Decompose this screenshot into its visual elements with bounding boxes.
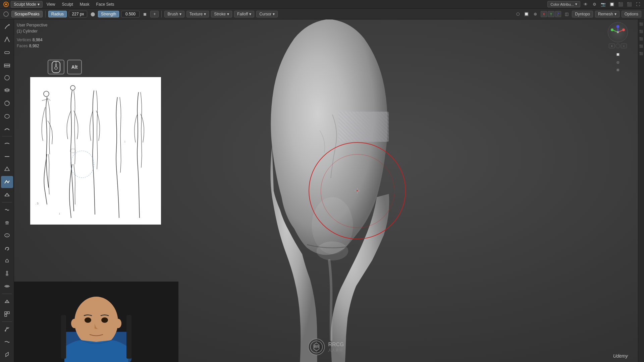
more-icon[interactable]: ⬛: [617, 1, 624, 8]
layout-icon[interactable]: ⬛: [626, 1, 633, 8]
fill-btn[interactable]: [1, 163, 13, 175]
right-tool-1[interactable]: ⬛: [638, 21, 644, 27]
watermark: RR RRCG 人人素材: [308, 339, 344, 355]
svg-text:1: 1: [59, 212, 60, 215]
right-tool-4[interactable]: ⬛: [638, 43, 644, 50]
viewport-gizmo[interactable]: [608, 22, 628, 42]
gizmo-area: + − 🔲 ◎ ⊞: [608, 22, 628, 73]
svg-rect-5: [4, 64, 10, 65]
gizmo-circle-btn[interactable]: [615, 44, 620, 48]
snap-icon[interactable]: 🔲: [523, 11, 530, 17]
separator-1: [45, 11, 46, 17]
svg-point-25: [55, 67, 57, 69]
draw-tool-btn[interactable]: [1, 21, 13, 33]
elastic-deform-btn[interactable]: [1, 229, 13, 241]
falloff-dropdown[interactable]: Falloff ▾: [234, 11, 254, 17]
thumb-btn[interactable]: [1, 255, 13, 267]
scrape-peaks-btn[interactable]: [1, 176, 13, 188]
viewport[interactable]: User Perspective (1) Cylinder Vertices 8…: [14, 19, 638, 362]
vertices-label: Vertices: [17, 37, 31, 43]
options-btn[interactable]: Options: [622, 11, 641, 17]
y-axis-btn[interactable]: Y: [548, 11, 554, 17]
x-axis-btn[interactable]: X: [541, 11, 547, 17]
fullscreen-icon[interactable]: ⛶: [635, 1, 641, 8]
flatten-btn[interactable]: [1, 150, 13, 163]
smooth-btn[interactable]: [1, 138, 13, 150]
annotate-btn[interactable]: [1, 349, 13, 361]
mask-menu[interactable]: Mask: [77, 1, 92, 7]
chevron-down-icon: ▾: [38, 2, 40, 7]
svg-point-3: [8, 24, 10, 25]
settings-icon[interactable]: ⚙: [591, 1, 598, 8]
pose-btn[interactable]: [1, 267, 13, 280]
brush-dropdown[interactable]: Brush ▾: [164, 11, 184, 17]
zoom-in-btn[interactable]: +: [609, 44, 615, 48]
gizmo-icon-1[interactable]: 🔲: [614, 51, 621, 58]
rrcg-logo: RR: [308, 339, 325, 355]
blob-btn[interactable]: [1, 110, 13, 122]
zoom-out-btn[interactable]: −: [621, 44, 627, 48]
mode-label: Sculpt Mode: [14, 2, 36, 7]
webcam-panel: [14, 282, 178, 362]
cursor-dropdown[interactable]: Cursor ▾: [256, 11, 278, 17]
crease-btn[interactable]: [1, 123, 13, 135]
snake-hook-btn[interactable]: [1, 242, 13, 254]
right-tool-2[interactable]: ⬛: [638, 28, 644, 35]
mode-dropdown[interactable]: Sculpt Mode ▾: [11, 1, 43, 8]
tool-name-btn[interactable]: Scrape/Peaks: [11, 11, 43, 17]
svg-line-10: [8, 102, 9, 103]
grab-btn[interactable]: [1, 217, 13, 229]
gizmo-icon-3[interactable]: ⊞: [614, 66, 621, 73]
right-tool-5[interactable]: ⬛: [638, 50, 644, 57]
layer-btn[interactable]: [1, 84, 13, 97]
svg-point-46: [611, 28, 613, 31]
stroke-dropdown[interactable]: Stroke ▾: [211, 11, 232, 17]
right-tool-3[interactable]: ⬛: [638, 36, 644, 42]
watermark-text: RRCG 人人素材: [328, 341, 344, 353]
texture-dropdown[interactable]: Texture ▾: [186, 11, 209, 17]
clay-thumb-btn[interactable]: [1, 72, 13, 84]
gizmo-buttons: + −: [609, 44, 627, 48]
eye-icon[interactable]: 👁: [582, 1, 589, 8]
plus-btn[interactable]: +: [150, 11, 159, 17]
draw-sharp-btn[interactable]: [1, 34, 13, 46]
render-icon[interactable]: 🔲: [608, 1, 615, 8]
draw-face-sets-btn[interactable]: [1, 308, 13, 320]
top-right-icons: Color Attribu... ▾ 👁 ⚙ 📷 🔲 ⬛ ⬛ ⛶: [547, 1, 641, 8]
radius-value[interactable]: 227 px: [69, 11, 87, 17]
gizmo-icon-2[interactable]: ◎: [614, 59, 621, 65]
paint-btn[interactable]: [1, 323, 13, 335]
svg-rect-19: [5, 314, 7, 316]
sculpt-menu[interactable]: Sculpt: [59, 1, 76, 7]
dyntopo-btn[interactable]: Dyntopo: [572, 11, 593, 17]
svg-text:1: 1: [124, 140, 126, 143]
face-sets-menu[interactable]: Face Sets: [94, 1, 117, 7]
strength-btn[interactable]: Strength: [98, 11, 119, 17]
inflate-btn[interactable]: [1, 97, 13, 109]
strength-value[interactable]: 0.500: [121, 11, 140, 17]
smear-btn[interactable]: [1, 336, 13, 348]
z-axis-btn[interactable]: Z: [555, 11, 561, 17]
color-attr-chevron: ▾: [575, 2, 577, 6]
camera-icon[interactable]: 📷: [600, 1, 606, 8]
mask-btn[interactable]: [1, 295, 13, 307]
reference-image-panel[interactable]: . 5 1 1: [30, 77, 161, 225]
transform-icon[interactable]: ⊕: [532, 11, 539, 17]
multiplane-scrape-btn[interactable]: [1, 189, 13, 201]
cursor-chevron: ▾: [273, 12, 275, 16]
svg-rect-42: [126, 315, 131, 359]
divider-2: [2, 202, 12, 202]
main-area: User Perspective (1) Cylinder Vertices 8…: [0, 19, 644, 362]
texture-chevron: ▾: [204, 12, 206, 16]
clay-btn[interactable]: [1, 46, 13, 58]
nudge-btn[interactable]: [1, 280, 13, 292]
radius-btn[interactable]: Radius: [48, 11, 67, 17]
view-menu[interactable]: View: [44, 1, 58, 7]
proportional-edit-icon[interactable]: ⬡: [515, 11, 521, 17]
perspective-label: User Perspective: [17, 22, 47, 28]
clay-strips-btn[interactable]: [1, 59, 13, 71]
remesh-dropdown[interactable]: Remesh ▾: [595, 11, 620, 17]
proportional-icon2[interactable]: ◫: [563, 11, 570, 17]
color-attribute-button[interactable]: Color Attribu... ▾: [547, 1, 580, 7]
pinch-btn[interactable]: [1, 204, 13, 216]
